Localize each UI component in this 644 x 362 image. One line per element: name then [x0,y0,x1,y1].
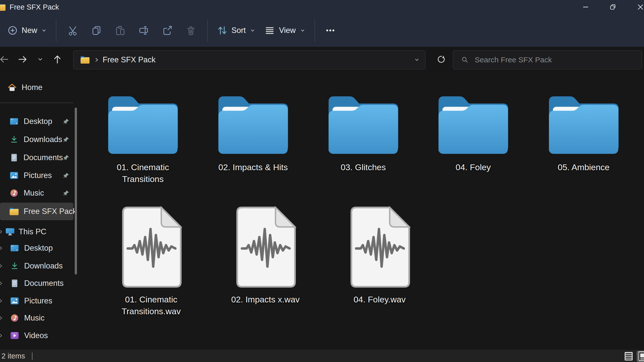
sidebar-item-label: Desktop [24,117,52,126]
expand-chevron-icon[interactable] [0,263,4,269]
sidebar-item-downloads-2[interactable]: Downloads [0,257,73,275]
new-plus-icon [7,25,18,36]
sidebar-item-documents[interactable]: Documents [0,149,73,166]
sidebar-item-pictures[interactable]: Pictures [0,167,73,184]
file-name: 02. Impacts x.wav [224,294,307,305]
folder-tile[interactable]: 01. Cinematic Transitions [93,91,193,185]
toolbar-divider [314,19,315,41]
folder-name: 04. Foley [432,161,515,173]
this-pc-icon [5,227,15,236]
sidebar-item-desktop-2[interactable]: Desktop [0,239,73,257]
back-icon[interactable] [0,51,12,67]
address-bar[interactable]: Free SFX Pack [73,50,425,69]
search-box[interactable] [453,50,642,69]
toolbar: New [0,14,644,47]
sidebar-item-label: Desktop [24,244,53,253]
pictures-icon [9,171,19,180]
file-tile[interactable]: 01. Cinematic Transitions.wav [101,204,202,317]
music-icon [10,313,20,323]
sidebar-item-label: Free SFX Pack [24,207,76,216]
sidebar-item-free-sfx-pack[interactable]: Free SFX Pack [0,203,73,220]
sidebar-item-music-2[interactable]: Music [0,309,73,327]
up-icon[interactable] [49,51,65,67]
sidebar-item-label: Music [24,313,45,323]
expand-chevron-icon[interactable] [0,229,4,235]
folder-tile[interactable]: 03. Glitches [313,91,414,173]
breadcrumb-folder-icon [80,56,90,64]
sort-arrows-icon [216,25,228,36]
toolbar-divider [207,19,208,41]
search-icon [461,56,469,64]
new-button-label: New [22,26,37,35]
more-icon[interactable] [320,19,340,42]
folder-icon [214,91,292,158]
folder-icon [9,207,19,216]
app-folder-icon [0,3,6,11]
documents-icon [9,153,19,162]
sidebar: Home Desktop Downloads Documents Picture… [0,73,78,350]
sidebar-item-downloads[interactable]: Downloads [0,131,73,148]
audio-file-icon [346,204,413,290]
sidebar-item-music[interactable]: Music [0,184,73,202]
sidebar-item-label: Videos [24,331,48,340]
refresh-icon[interactable] [432,51,450,67]
sidebar-item-documents-2[interactable]: Documents [0,275,73,292]
search-input[interactable] [475,56,642,64]
audio-file-icon [117,204,185,290]
sidebar-item-videos[interactable]: Videos [0,327,73,344]
file-name: 01. Cinematic Transitions.wav [110,294,193,317]
file-tile[interactable]: 02. Impacts x.wav [215,204,316,305]
expand-chevron-icon[interactable] [0,281,4,286]
address-dropdown-chevron-icon[interactable] [413,56,421,64]
rename-icon[interactable] [134,19,153,42]
pictures-icon [10,297,20,305]
pin-icon [63,154,69,161]
pin-icon [63,172,69,179]
file-name: 04. Foley.wav [338,294,421,305]
maximize-button[interactable] [603,0,622,14]
sidebar-scrollbar[interactable] [75,108,77,275]
thumbnail-view-icon[interactable] [637,351,644,361]
details-view-icon[interactable] [623,351,634,361]
folder-icon [324,91,403,158]
sidebar-item-pictures-2[interactable]: Pictures [0,292,73,310]
folder-tile[interactable]: 04. Foley [423,91,524,173]
new-button[interactable]: New [3,19,51,42]
recent-locations-chevron-icon[interactable] [32,51,48,67]
toolbar-divider [56,19,56,41]
sidebar-item-home[interactable]: Home [0,79,73,96]
copy-icon[interactable] [87,19,106,42]
status-divider [32,352,32,360]
sort-button[interactable]: Sort [212,19,260,42]
cut-icon[interactable] [63,19,83,42]
chevron-down-icon [249,27,256,34]
file-tile[interactable]: 04. Foley.wav [329,204,430,305]
expand-chevron-icon[interactable] [0,245,4,251]
folder-name: 03. Glitches [322,161,405,173]
minimize-button[interactable] [576,0,595,14]
expand-chevron-icon[interactable] [0,315,4,321]
sidebar-item-label: Downloads [24,135,62,144]
forward-icon[interactable] [15,51,31,67]
sidebar-item-desktop[interactable]: Desktop [0,113,73,130]
expand-chevron-icon[interactable] [0,333,4,338]
expand-chevron-icon[interactable] [0,298,4,304]
folder-tile[interactable]: 02. Impacts & Hits [203,91,303,173]
sidebar-item-label: Documents [24,279,64,288]
breadcrumb[interactable]: Free SFX Pack [103,55,155,64]
music-icon [9,189,19,198]
sidebar-item-label: Downloads [24,261,63,270]
downloads-icon [9,135,19,144]
desktop-icon [9,117,19,126]
share-icon[interactable] [157,19,177,42]
desktop-icon [10,244,20,252]
home-icon [7,82,17,93]
delete-icon[interactable] [181,19,201,42]
items-count: 2 items [2,352,25,360]
sidebar-item-this-pc[interactable]: This PC [0,223,73,241]
view-button[interactable]: View [260,19,310,42]
paste-icon[interactable] [110,19,130,42]
breadcrumb-chevron-icon [94,57,100,63]
close-button[interactable] [631,0,644,14]
folder-tile[interactable]: 05. Ambience [533,91,634,173]
